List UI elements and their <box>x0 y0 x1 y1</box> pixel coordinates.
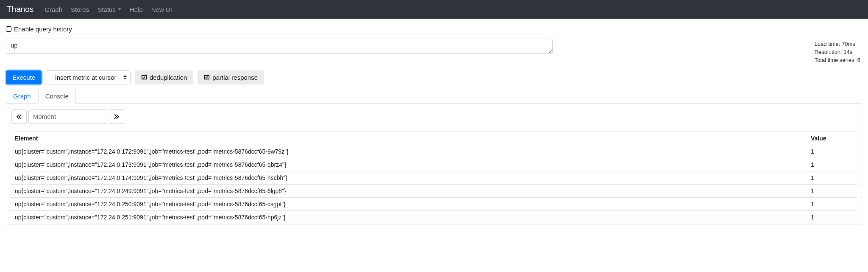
moment-controls <box>11 109 857 124</box>
cell-element: up{cluster="custom",instance="172.24.0.1… <box>11 145 807 158</box>
dedup-toggle[interactable]: deduplication <box>135 70 193 84</box>
stat-load-time: Load time: 70ms <box>815 40 860 48</box>
forward-icon <box>114 114 119 119</box>
table-header-row: Element Value <box>11 132 857 145</box>
query-stats: Load time: 70ms Resolution: 14s Total ti… <box>815 39 862 64</box>
query-history-toggle[interactable]: Enable query history <box>6 25 862 33</box>
query-input[interactable] <box>6 39 553 54</box>
table-row: up{cluster="custom",instance="172.24.0.2… <box>11 197 857 210</box>
execute-button[interactable]: Execute <box>6 70 42 84</box>
chevron-down-icon <box>118 8 121 10</box>
metric-select-label: - insert metric at cursor · <box>51 74 120 81</box>
nav-links: Graph Stores Status Help New UI <box>40 3 176 17</box>
moment-prev-button[interactable] <box>11 109 27 124</box>
table-row: up{cluster="custom",instance="172.24.0.1… <box>11 145 857 158</box>
stat-total-series: Total time series: 6 <box>815 56 860 64</box>
brand[interactable]: Thanos <box>7 5 33 14</box>
main-content: Enable query history Load time: 70ms Res… <box>0 19 868 231</box>
table-row: up{cluster="custom",instance="172.24.0.1… <box>11 171 857 184</box>
nav-graph[interactable]: Graph <box>40 3 67 17</box>
col-value: Value <box>807 132 857 145</box>
col-element: Element <box>11 132 807 145</box>
check-icon <box>204 74 210 80</box>
cell-element: up{cluster="custom",instance="172.24.0.2… <box>11 184 807 197</box>
controls-row: Execute - insert metric at cursor · dedu… <box>6 70 862 84</box>
query-history-label: Enable query history <box>14 25 72 33</box>
partial-response-toggle[interactable]: partial response <box>198 70 264 84</box>
cell-value: 1 <box>807 184 857 197</box>
metric-select[interactable]: - insert metric at cursor · <box>46 70 131 84</box>
moment-input[interactable] <box>28 109 107 124</box>
tab-graph[interactable]: Graph <box>6 89 38 104</box>
table-row: up{cluster="custom",instance="172.24.0.2… <box>11 184 857 197</box>
cell-value: 1 <box>807 145 857 158</box>
table-row: up{cluster="custom",instance="172.24.0.1… <box>11 158 857 171</box>
nav-status[interactable]: Status <box>93 3 125 17</box>
nav-help[interactable]: Help <box>125 3 147 17</box>
nav-stores[interactable]: Stores <box>67 3 93 17</box>
navbar: Thanos Graph Stores Status Help New UI <box>0 0 868 19</box>
query-row: Load time: 70ms Resolution: 14s Total ti… <box>6 39 862 64</box>
cell-element: up{cluster="custom",instance="172.24.0.2… <box>11 197 807 210</box>
moment-next-button[interactable] <box>109 109 124 124</box>
partial-label: partial response <box>212 74 258 81</box>
rewind-icon <box>17 114 22 119</box>
nav-status-label: Status <box>97 6 116 13</box>
checkbox-icon <box>6 26 11 32</box>
nav-new-ui[interactable]: New UI <box>147 3 176 17</box>
cell-element: up{cluster="custom",instance="172.24.0.1… <box>11 158 807 171</box>
check-icon <box>141 74 147 80</box>
cell-value: 1 <box>807 197 857 210</box>
table-row: up{cluster="custom",instance="172.24.0.2… <box>11 210 857 224</box>
dedup-label: deduplication <box>150 74 187 81</box>
stat-resolution: Resolution: 14s <box>815 48 860 56</box>
tab-console[interactable]: Console <box>38 89 76 104</box>
cell-element: up{cluster="custom",instance="172.24.0.1… <box>11 171 807 184</box>
cell-value: 1 <box>807 171 857 184</box>
console-panel: Element Value up{cluster="custom",instan… <box>6 104 862 224</box>
cell-value: 1 <box>807 210 857 224</box>
results-table: Element Value up{cluster="custom",instan… <box>11 132 857 224</box>
select-caret-icon <box>123 75 127 79</box>
tabs: Graph Console <box>6 89 862 104</box>
cell-element: up{cluster="custom",instance="172.24.0.2… <box>11 210 807 224</box>
cell-value: 1 <box>807 158 857 171</box>
